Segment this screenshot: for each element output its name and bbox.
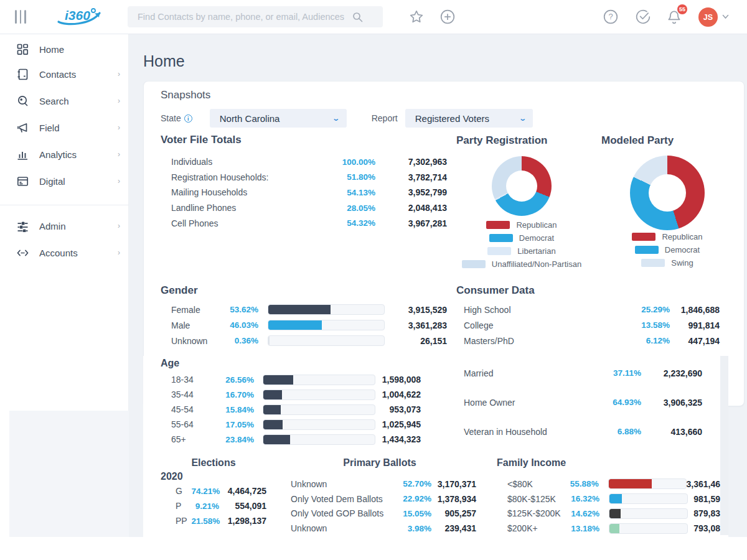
stat-row: Only Voted Dem Ballots22.92%1,378,934	[283, 492, 476, 506]
report-select[interactable]: Registered Voters ⌄	[405, 109, 533, 128]
primary-ballots-section: Primary Ballots Unknown52.70%3,170,371 O…	[283, 457, 476, 536]
stat-label: <$80K	[507, 479, 569, 489]
chevron-right-icon: ›	[118, 222, 120, 230]
info-icon[interactable]: i	[184, 114, 192, 123]
election-year: 2020	[161, 470, 266, 483]
stat-percent: 16.32%	[570, 494, 599, 503]
bar	[263, 419, 375, 430]
stat-percent: 100.00%	[329, 157, 375, 167]
stat-row: Individuals100.00%7,302,963	[161, 154, 447, 170]
stat-value: 1,004,622	[375, 390, 421, 399]
legend-item: Democrat	[456, 231, 587, 245]
sidebar-item-home[interactable]: Home	[0, 39, 129, 60]
stat-value: 413,660	[641, 427, 702, 437]
stat-value: 7,302,963	[375, 157, 447, 167]
stat-row: 55-6417.05%1,025,945	[161, 417, 421, 432]
section-title: Primary Ballots	[283, 457, 476, 470]
stat-label: 45-54	[171, 404, 224, 414]
tasks-check-icon[interactable]	[635, 9, 651, 25]
party-registration-donut-chart	[492, 156, 552, 216]
sidebar-item-field[interactable]: Field ›	[0, 117, 129, 138]
voter-file-totals-section: Voter File Totals Individuals100.00%7,30…	[161, 134, 447, 231]
stat-label: $125K-$200K	[507, 508, 570, 518]
sidebar-item-admin[interactable]: Admin ›	[0, 215, 129, 236]
favorite-star-icon[interactable]	[408, 9, 425, 25]
sidebar-item-analytics[interactable]: Analytics ›	[0, 144, 129, 165]
menu-icon[interactable]	[15, 10, 30, 24]
stat-row: Veteran in Household6.88%413,660	[456, 417, 702, 446]
legend-item: Unaffiliated/Non-Partisan	[456, 258, 587, 271]
stat-row: $125K-$200K14.62%879,83	[497, 506, 720, 521]
sidebar-item-accounts[interactable]: Accounts ›	[0, 242, 129, 263]
stat-percent: 25.29%	[625, 305, 670, 314]
stat-label: High School	[464, 305, 625, 315]
section-title: Elections	[161, 457, 266, 470]
stat-row: Registration Households:51.80%3,782,714	[161, 170, 447, 185]
stat-value: 2,232,690	[641, 368, 702, 378]
legend-swatch	[641, 259, 665, 267]
stat-row: Only Voted GOP Ballots15.05%905,257	[283, 506, 476, 521]
section-title: Gender	[161, 284, 447, 298]
stat-row: Home Owner64.93%3,906,325	[456, 388, 702, 417]
legend-label: Swing	[671, 258, 693, 268]
sidebar-item-digital[interactable]: Digital ›	[0, 170, 129, 192]
section-title: Voter File Totals	[161, 134, 447, 147]
stat-row: Cell Phones54.32%3,967,281	[161, 215, 447, 231]
stat-row: Landline Phones28.05%2,048,413	[161, 200, 447, 216]
help-icon[interactable]: ?	[603, 9, 619, 25]
sidebar-item-label: Accounts	[39, 248, 78, 258]
stat-label: Only Voted Dem Ballots	[291, 494, 397, 504]
sidebar-item-contacts[interactable]: Contacts ›	[0, 63, 129, 85]
sidebar-item-label: Analytics	[39, 149, 77, 160]
stat-label: College	[464, 320, 625, 330]
avatar[interactable]: JS	[698, 7, 718, 27]
chevron-right-icon: ›	[118, 177, 120, 185]
sidebar-item-search[interactable]: Search ›	[0, 90, 129, 111]
section-title: Modeled Party	[601, 134, 733, 148]
bar	[609, 523, 688, 534]
modeled-party-donut-chart	[630, 156, 705, 230]
stat-row: College13.58%991,814	[456, 317, 720, 333]
top-bar: i360 ? 55 JS	[0, 0, 747, 34]
avatar-menu-caret-icon[interactable]	[722, 14, 729, 19]
chevron-right-icon: ›	[118, 248, 120, 257]
state-select[interactable]: North Carolina ⌄	[210, 109, 347, 128]
legend-label: Democrat	[519, 233, 554, 243]
stat-value: 953,073	[375, 404, 421, 414]
stat-value: 905,257	[431, 508, 476, 518]
notifications-bell-icon[interactable]: 55	[666, 9, 682, 25]
stat-row: Masters/PhD6.12%447,194	[456, 333, 720, 348]
stat-row: <$80K55.88%3,361,46	[497, 477, 720, 492]
add-new-icon[interactable]	[439, 9, 456, 25]
stat-value: 1,298,137	[222, 516, 266, 526]
stat-row: Unknown3.98%239,431	[283, 521, 476, 536]
stat-label: 18-34	[171, 375, 224, 385]
legend-item: Republican	[601, 230, 733, 243]
legend-item: Swing	[601, 256, 733, 269]
stat-percent: 16.70%	[224, 390, 254, 399]
stat-row: G74.21%4,464,725	[161, 483, 266, 498]
search-input[interactable]	[128, 6, 383, 27]
section-title: Consumer Data	[456, 284, 720, 298]
stat-row: Male46.03%3,361,283	[161, 317, 447, 333]
stat-value: 3,906,325	[641, 398, 702, 408]
stat-percent: 15.05%	[397, 509, 431, 518]
stat-percent: 26.56%	[224, 375, 254, 385]
section-title: Party Registration	[456, 134, 587, 148]
address-book-icon	[17, 68, 29, 80]
stat-percent: 17.05%	[224, 420, 254, 429]
stat-row: Unknown52.70%3,170,371	[283, 477, 476, 492]
bar-chart-icon	[17, 149, 29, 161]
stat-label: 65+	[171, 434, 224, 444]
stat-value: 1,025,945	[375, 419, 421, 429]
i360-logo[interactable]: i360	[55, 5, 110, 29]
report-select-value: Registered Voters	[415, 113, 489, 124]
stat-value: 2,048,413	[375, 203, 447, 213]
stat-percent: 6.88%	[604, 427, 641, 436]
consumer-data-section: Consumer Data High School25.29%1,846,688…	[456, 284, 720, 348]
stat-percent: 53.62%	[227, 305, 258, 314]
stat-percent: 55.88%	[569, 479, 599, 488]
stat-label: Mailing Households	[171, 187, 329, 197]
stat-row: Mailing Households54.13%3,952,799	[161, 185, 447, 200]
vertical-scrollbar[interactable]	[720, 356, 728, 535]
